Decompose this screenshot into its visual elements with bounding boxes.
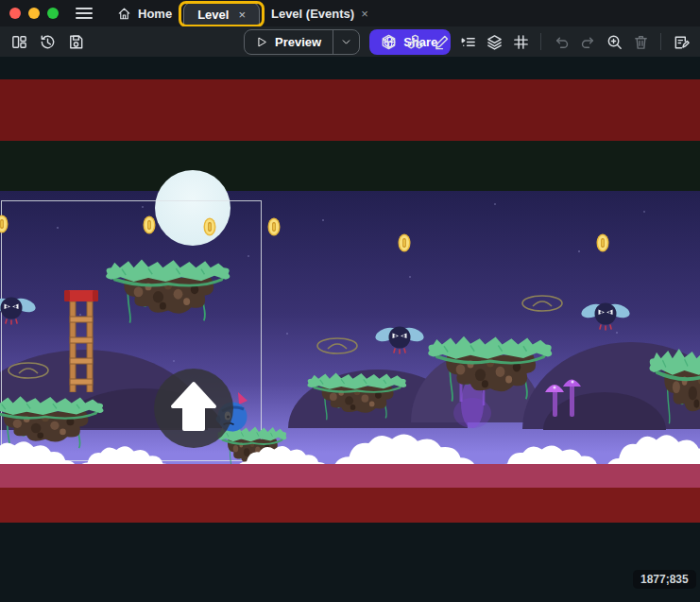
edit-scene-icon[interactable] — [670, 30, 692, 53]
tab-bar: Home Level × Level (Events) × — [106, 0, 380, 26]
coin-5[interactable] — [398, 233, 411, 252]
ladder[interactable] — [64, 290, 98, 392]
history-icon[interactable] — [36, 30, 59, 53]
stars — [0, 57, 2, 59]
platform-middle[interactable] — [424, 328, 556, 404]
grid-icon[interactable] — [509, 30, 532, 53]
jump-touch-control[interactable] — [154, 369, 233, 448]
toolbar-separator — [660, 33, 661, 50]
play-icon — [256, 36, 268, 48]
sketch-ellipse-3[interactable] — [521, 294, 564, 313]
toolbar: Preview Share — [0, 26, 700, 57]
main-menu-icon[interactable] — [76, 8, 93, 19]
object-groups-icon[interactable] — [403, 30, 426, 53]
save-icon[interactable] — [64, 30, 87, 53]
preview-button[interactable]: Preview — [244, 29, 360, 55]
trash-icon[interactable] — [629, 30, 652, 53]
coin-1[interactable] — [0, 215, 9, 233]
close-window-button[interactable] — [9, 8, 21, 19]
layers-icon[interactable] — [483, 30, 505, 53]
tab-level-events-label: Level (Events) — [271, 7, 354, 21]
undo-icon[interactable] — [550, 30, 572, 53]
platform-mid-low[interactable] — [304, 367, 410, 421]
home-icon — [117, 7, 131, 21]
sketch-ellipse-2[interactable] — [316, 336, 359, 355]
traffic-lights — [0, 8, 68, 19]
tab-home-label: Home — [138, 7, 172, 21]
tab-level[interactable]: Level × — [183, 2, 260, 26]
platform-top[interactable] — [102, 251, 234, 325]
tab-level-events[interactable]: Level (Events) × — [260, 0, 380, 26]
preview-options-button[interactable] — [333, 30, 359, 54]
flying-enemy-1[interactable] — [0, 290, 36, 326]
level-background-dark-band — [0, 141, 700, 191]
tab-level-close-icon[interactable]: × — [238, 9, 246, 21]
chevron-down-icon — [341, 37, 351, 47]
level-ground-pink-band — [0, 464, 700, 488]
tab-home[interactable]: Home — [106, 0, 183, 26]
tab-level-events-close-icon[interactable]: × — [361, 8, 368, 20]
flying-enemy-2[interactable] — [375, 319, 424, 355]
level-background-red-band-top — [0, 79, 700, 141]
minimize-window-button[interactable] — [28, 8, 40, 19]
titlebar: Home Level × Level (Events) × — [0, 0, 700, 26]
redo-icon[interactable] — [576, 30, 599, 53]
coin-4[interactable] — [267, 217, 281, 236]
toolbar-separator — [540, 33, 541, 50]
preview-button-label: Preview — [275, 35, 321, 49]
zoom-window-button[interactable] — [47, 8, 59, 19]
coin-3[interactable] — [203, 217, 216, 236]
coin-6[interactable] — [596, 233, 609, 252]
platform-right-edge[interactable] — [646, 339, 700, 426]
instances-list-icon[interactable] — [456, 30, 479, 53]
coin-2[interactable] — [143, 215, 156, 234]
objects-cube-icon[interactable] — [377, 30, 400, 53]
scene-editor-canvas[interactable]: 1877;835 — [0, 57, 700, 602]
app-window: Home Level × Level (Events) × — [0, 0, 700, 602]
tab-level-label: Level — [197, 8, 229, 22]
cursor-coordinates-tooltip: 1877;835 — [633, 570, 696, 589]
pencil-icon[interactable] — [430, 30, 452, 53]
zoom-in-icon[interactable] — [603, 30, 625, 53]
panels-icon[interactable] — [8, 30, 30, 53]
level-ground-red-band — [0, 488, 700, 523]
flying-enemy-3[interactable] — [581, 296, 630, 332]
arrow-up-icon — [154, 369, 233, 448]
